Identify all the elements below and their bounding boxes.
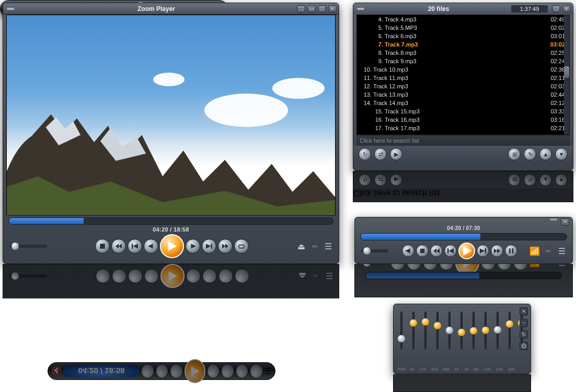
eq-knob[interactable] — [458, 329, 465, 336]
eq-label: 16K — [508, 367, 515, 372]
track-duration: 02:24 — [544, 58, 565, 64]
eq-knob[interactable] — [482, 327, 489, 334]
next-track-button[interactable] — [477, 245, 489, 257]
eq-power-icon[interactable]: ⏻ — [520, 342, 528, 350]
eq-preset-icon[interactable]: ⎓ — [520, 319, 528, 327]
eq-label: 600 — [443, 367, 450, 372]
playlist-controls: ↻ ⇄ ▶ ⊞ ✎ ▲ ▼ — [353, 146, 573, 163]
playlist-row[interactable]: 10.Track 10.mp302:36 — [357, 65, 569, 74]
playlist-row[interactable]: 15.Track 15.mp303:33 — [357, 107, 569, 116]
volume-slider[interactable] — [361, 249, 388, 252]
eq-close-icon[interactable]: ✕ — [520, 307, 528, 316]
stop-button[interactable] — [95, 239, 110, 253]
prev-track-button[interactable] — [444, 245, 457, 257]
stop-button[interactable] — [416, 245, 429, 257]
menu-icon[interactable]: ☰ — [558, 246, 566, 256]
prev-button[interactable] — [402, 245, 414, 257]
add-button[interactable]: ⊞ — [508, 148, 521, 160]
eq-knob[interactable] — [470, 327, 477, 335]
eq-band-3K[interactable] — [470, 308, 477, 362]
equalizer-icon[interactable]: ⎓ — [310, 241, 319, 251]
playlist-list[interactable]: 4.Track 4.mp302:495.Track 5.MP302:026.Tr… — [356, 15, 570, 135]
minimize-icon[interactable] — [550, 218, 557, 221]
eq-band-310[interactable] — [434, 308, 441, 362]
rewind-button[interactable] — [430, 245, 443, 257]
rewind-button[interactable] — [111, 239, 126, 253]
eject-icon[interactable]: ⏏ — [297, 241, 305, 251]
eq-knob[interactable] — [446, 327, 453, 334]
playlist-row[interactable]: 5.Track 5.MP302:02 — [357, 24, 569, 32]
video-area[interactable] — [6, 15, 336, 215]
play-button[interactable] — [458, 243, 475, 259]
track-index: 15. — [371, 108, 383, 114]
maximize-icon[interactable]: ☐ — [318, 5, 326, 13]
prev-track-button[interactable] — [128, 239, 142, 253]
scrollbar[interactable] — [564, 15, 569, 134]
playlist-row[interactable]: 7.Track 7.mp303:02 — [357, 40, 569, 49]
audio-seek-bar[interactable] — [360, 233, 567, 240]
eq-band-6K[interactable] — [482, 308, 489, 362]
playlist-row[interactable]: 16.Track 16.mp303:16 — [357, 116, 569, 124]
playlist-search[interactable]: Click here to search list — [356, 135, 570, 146]
close-icon[interactable]: ✕ — [328, 5, 337, 13]
seek-bar[interactable] — [8, 217, 333, 225]
playlist-row[interactable]: 17.Track 17.mp302:21 — [357, 124, 569, 132]
window-mode-icon[interactable]: ▭ — [307, 5, 316, 13]
playlist-row[interactable]: 6.Track 6.mp303:01 — [357, 32, 569, 40]
menu-icon[interactable]: ☰ — [324, 241, 332, 251]
prev-chapter-button[interactable] — [144, 239, 158, 253]
playlist-row[interactable]: 12.Track 12.mp302:03 — [357, 82, 569, 90]
equalizer-icon[interactable]: ⎓ — [544, 246, 552, 256]
eq-knob[interactable] — [434, 322, 441, 329]
eq-band-600[interactable] — [446, 308, 453, 362]
play-button[interactable] — [160, 234, 184, 258]
eq-knob[interactable] — [410, 319, 417, 327]
scroll-thumb[interactable] — [564, 66, 569, 78]
volume-slider[interactable] — [9, 245, 47, 248]
playlist-row[interactable]: 4.Track 4.mp302:49 — [357, 15, 569, 24]
repeat-button[interactable]: ↻ — [359, 148, 371, 160]
eq-knob[interactable] — [422, 318, 429, 326]
eq-label: 60 — [410, 367, 414, 372]
next-chapter-button[interactable] — [186, 239, 200, 253]
playlist-row[interactable]: 14.Track 14.mp302:12 — [357, 99, 569, 107]
close-icon[interactable]: ✕ — [561, 218, 569, 226]
eq-label: PRE — [398, 367, 405, 372]
eq-band-14K[interactable] — [506, 308, 513, 362]
track-index: 17. — [371, 125, 383, 131]
playlist-row[interactable]: 13.Track 13.mp302:44 — [357, 90, 569, 99]
eq-label: 1K — [454, 367, 459, 372]
eq-knob[interactable] — [494, 326, 501, 333]
forward-button[interactable] — [491, 245, 503, 257]
stream-icon[interactable]: 📶 — [531, 246, 539, 256]
maximize-icon[interactable]: ☐ — [552, 5, 560, 13]
eq-knob[interactable] — [506, 320, 513, 328]
edit-button[interactable]: ✎ — [524, 148, 536, 160]
forward-button[interactable] — [218, 239, 233, 253]
minimize-icon[interactable] — [357, 8, 364, 10]
next-track-button[interactable] — [202, 239, 216, 253]
eq-band-1K[interactable] — [458, 308, 465, 362]
eq-band-60[interactable] — [410, 308, 417, 362]
playlist-row[interactable]: 11.Track 11.mp302:11 — [357, 74, 569, 82]
track-duration: 02:12 — [544, 100, 565, 106]
track-duration: 03:01 — [544, 33, 565, 39]
eq-band-12K[interactable] — [494, 308, 501, 362]
playlist-row[interactable]: 9.Track 9.mp302:24 — [357, 57, 569, 65]
fullscreen-icon[interactable]: ⛶ — [297, 5, 305, 13]
pause-button[interactable] — [505, 245, 517, 257]
eq-knob[interactable] — [398, 335, 405, 342]
open-button[interactable] — [234, 239, 249, 253]
up-button[interactable]: ▲ — [539, 148, 552, 160]
eq-band-PRE[interactable] — [398, 308, 405, 362]
track-name: Track 17.mp3 — [385, 125, 544, 131]
playlist-row[interactable]: 8.Track 8.mp302:25 — [357, 49, 569, 57]
down-button[interactable]: ▼ — [555, 148, 568, 160]
minimize-icon[interactable] — [7, 8, 14, 10]
close-icon[interactable]: ✕ — [562, 5, 571, 13]
eq-reset-icon[interactable]: ↻ — [520, 330, 528, 339]
svg-rect-5 — [447, 248, 448, 253]
eq-band-170[interactable] — [422, 308, 429, 362]
play-button[interactable]: ▶ — [390, 148, 402, 160]
shuffle-button[interactable]: ⇄ — [374, 148, 387, 160]
